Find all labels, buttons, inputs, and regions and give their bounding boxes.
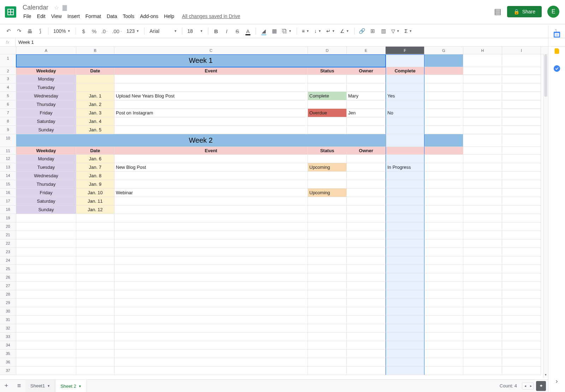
cell[interactable] bbox=[502, 333, 541, 341]
status-cell[interactable] bbox=[308, 180, 347, 189]
cell[interactable] bbox=[16, 273, 76, 282]
date-cell[interactable] bbox=[76, 83, 114, 92]
vertical-scrollbar[interactable]: ▴ ▾ bbox=[543, 54, 548, 378]
cell[interactable] bbox=[502, 83, 541, 92]
cell[interactable] bbox=[463, 155, 502, 163]
cell[interactable] bbox=[502, 54, 541, 67]
fill-color-button[interactable]: ◢ bbox=[259, 26, 269, 36]
col-header-B[interactable]: B bbox=[76, 47, 114, 54]
cell[interactable] bbox=[502, 214, 541, 222]
cell[interactable] bbox=[424, 180, 463, 189]
status-cell[interactable]: Upcoming bbox=[308, 163, 347, 172]
cell[interactable] bbox=[114, 290, 308, 299]
font-size-select[interactable]: 18▼ bbox=[185, 28, 205, 34]
cell[interactable] bbox=[114, 256, 308, 265]
cell[interactable] bbox=[463, 214, 502, 222]
status-cell[interactable] bbox=[308, 100, 347, 109]
row-header[interactable]: 9 bbox=[0, 126, 16, 134]
cell[interactable] bbox=[424, 214, 463, 222]
cell[interactable] bbox=[502, 92, 541, 100]
cell[interactable] bbox=[424, 163, 463, 172]
cell[interactable] bbox=[463, 222, 502, 231]
date-cell[interactable] bbox=[76, 75, 114, 83]
row-header[interactable]: 36 bbox=[0, 358, 16, 367]
cell[interactable] bbox=[463, 92, 502, 100]
header-weekday[interactable]: Weekday bbox=[16, 67, 76, 75]
complete-cell[interactable] bbox=[386, 172, 424, 180]
cell[interactable] bbox=[424, 67, 463, 75]
cell[interactable] bbox=[16, 341, 76, 350]
cell[interactable] bbox=[16, 231, 76, 239]
cell[interactable] bbox=[76, 333, 114, 341]
cell[interactable] bbox=[114, 248, 308, 256]
cell[interactable] bbox=[463, 350, 502, 358]
cell[interactable] bbox=[347, 324, 386, 333]
cell[interactable] bbox=[502, 341, 541, 350]
percent-button[interactable]: % bbox=[89, 26, 99, 36]
cell[interactable] bbox=[308, 231, 347, 239]
event-cell[interactable] bbox=[114, 75, 308, 83]
date-cell[interactable]: Jan. 12 bbox=[76, 206, 114, 214]
cell[interactable] bbox=[16, 324, 76, 333]
cell[interactable] bbox=[16, 333, 76, 341]
row-header[interactable]: 19 bbox=[0, 214, 16, 222]
menu-data[interactable]: Data bbox=[104, 12, 120, 20]
cell[interactable] bbox=[502, 265, 541, 273]
cell[interactable] bbox=[347, 316, 386, 324]
cell[interactable] bbox=[502, 367, 541, 375]
cell[interactable] bbox=[463, 163, 502, 172]
menu-view[interactable]: View bbox=[48, 12, 65, 20]
bold-button[interactable]: B bbox=[211, 26, 221, 36]
date-cell[interactable]: Jan. 11 bbox=[76, 197, 114, 206]
cell[interactable] bbox=[463, 126, 502, 134]
functions-button[interactable]: Σ▼ bbox=[403, 28, 415, 34]
menu-help[interactable]: Help bbox=[161, 12, 177, 20]
redo-button[interactable]: ↷ bbox=[14, 26, 24, 36]
cell[interactable] bbox=[502, 109, 541, 117]
cell[interactable] bbox=[114, 231, 308, 239]
status-cell[interactable] bbox=[308, 155, 347, 163]
header-date[interactable]: Date bbox=[76, 147, 114, 155]
cell[interactable] bbox=[424, 75, 463, 83]
status-cell[interactable] bbox=[308, 117, 347, 126]
status-cell[interactable]: Overdue bbox=[308, 109, 347, 117]
cell[interactable] bbox=[386, 316, 424, 324]
cell[interactable] bbox=[424, 109, 463, 117]
cell[interactable] bbox=[502, 239, 541, 248]
row-header[interactable]: 13 bbox=[0, 163, 16, 172]
cell[interactable] bbox=[16, 307, 76, 316]
grid-rows[interactable]: 1Week 12WeekdayDateEventStatusOwnerCompl… bbox=[0, 54, 548, 378]
row-header[interactable]: 32 bbox=[0, 324, 16, 333]
cell[interactable] bbox=[308, 307, 347, 316]
event-cell[interactable]: New Blog Post bbox=[114, 163, 308, 172]
weekday-cell[interactable]: Sunday bbox=[16, 206, 76, 214]
cell[interactable] bbox=[76, 239, 114, 248]
event-cell[interactable] bbox=[114, 83, 308, 92]
owner-cell[interactable] bbox=[347, 100, 386, 109]
cell[interactable] bbox=[386, 214, 424, 222]
col-header-C[interactable]: C bbox=[114, 47, 308, 54]
v-align-button[interactable]: ↓▼ bbox=[312, 28, 323, 34]
owner-cell[interactable] bbox=[347, 83, 386, 92]
cell[interactable] bbox=[347, 248, 386, 256]
owner-cell[interactable] bbox=[347, 189, 386, 197]
cell[interactable] bbox=[463, 180, 502, 189]
add-sheet-button[interactable]: + bbox=[0, 380, 13, 392]
menu-file[interactable]: File bbox=[20, 12, 34, 20]
cell[interactable] bbox=[386, 341, 424, 350]
cell[interactable] bbox=[386, 273, 424, 282]
weekday-cell[interactable]: Wednesday bbox=[16, 172, 76, 180]
cell[interactable] bbox=[386, 282, 424, 290]
cell[interactable] bbox=[76, 341, 114, 350]
row-header[interactable]: 6 bbox=[0, 100, 16, 109]
cell[interactable] bbox=[308, 341, 347, 350]
cell[interactable] bbox=[463, 109, 502, 117]
cell[interactable] bbox=[502, 206, 541, 214]
event-cell[interactable] bbox=[114, 172, 308, 180]
cell[interactable] bbox=[463, 206, 502, 214]
cell[interactable] bbox=[76, 282, 114, 290]
cell[interactable] bbox=[347, 341, 386, 350]
row-header[interactable]: 34 bbox=[0, 341, 16, 350]
owner-cell[interactable] bbox=[347, 117, 386, 126]
move-folder-icon[interactable]: ▇ bbox=[63, 4, 67, 11]
